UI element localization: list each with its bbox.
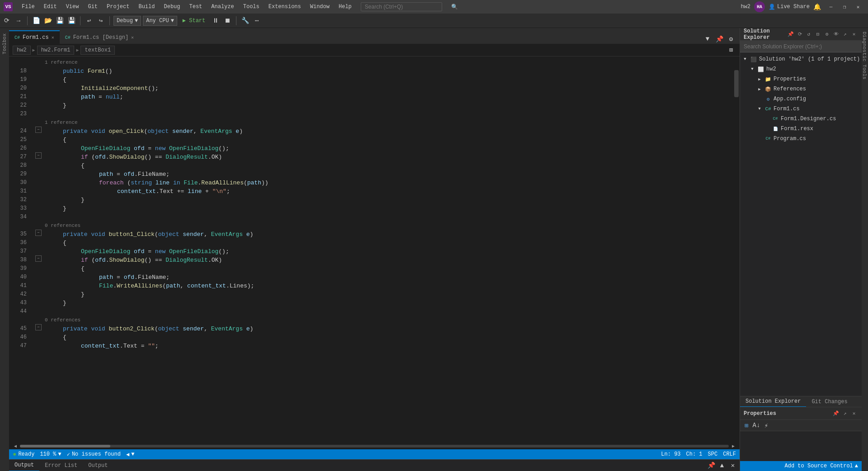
scrollbar-thumb[interactable] (734, 70, 739, 97)
fold-35[interactable]: − (34, 228, 43, 237)
live-share-button[interactable]: 👤 Live Share (769, 4, 810, 10)
se-collapse-btn[interactable]: ⊟ (814, 30, 822, 38)
code-line-29[interactable]: path = ofd .FileName; (43, 170, 733, 179)
tree-form1-cs[interactable]: ▼ C# Form1.cs (740, 104, 862, 114)
toolbar-forward-btn[interactable]: → (14, 16, 24, 26)
output-tab-output[interactable]: Output (9, 460, 39, 471)
props-float-btn[interactable]: ↗ (841, 410, 849, 418)
error-nav[interactable]: ◀ ▼ (126, 451, 134, 458)
se-refresh-btn[interactable]: ↺ (805, 30, 813, 38)
menu-edit[interactable]: Edit (40, 3, 61, 11)
output-pin-btn[interactable]: 📌 (706, 461, 716, 471)
tab-close-form1[interactable]: ✕ (52, 35, 54, 40)
namespace-selector[interactable]: hw2 (13, 46, 31, 55)
toolbar-save-all-btn[interactable]: 💾 (66, 16, 76, 26)
output-close-btn[interactable]: ✕ (728, 461, 738, 471)
menu-window[interactable]: Window (307, 3, 333, 11)
code-line-32[interactable]: } (43, 196, 733, 204)
menu-view[interactable]: View (62, 3, 83, 11)
code-line-22[interactable]: } (43, 101, 733, 110)
code-line-21[interactable]: path = null ; (43, 93, 733, 101)
code-line-35[interactable]: private void button1_Click ( object send… (43, 230, 733, 239)
expand-editor-btn[interactable]: ⊞ (726, 45, 736, 55)
code-line-33[interactable]: } (43, 204, 733, 213)
code-line-37[interactable]: OpenFileDialog ofd = new OpenFileDialog … (43, 247, 733, 256)
code-line-20[interactable]: InitializeComponent (); (43, 84, 733, 93)
tab-settings-btn[interactable]: ⚙ (726, 34, 736, 44)
class-selector[interactable]: hw2.Form1 (37, 46, 75, 55)
add-to-source-control[interactable]: Add to Source Control (785, 463, 853, 469)
se-tab-solution-explorer[interactable]: Solution Explorer (740, 396, 806, 407)
menu-build[interactable]: Build (135, 3, 158, 11)
output-expand-btn[interactable]: ▲ (717, 461, 727, 471)
toolbox-tab[interactable]: Toolbox (1, 30, 8, 58)
toolbar-tools-btn[interactable]: 🔧 (240, 16, 250, 26)
menu-extensions[interactable]: Extensions (265, 3, 305, 11)
code-line-36[interactable]: { (43, 239, 733, 247)
code-line-47[interactable]: content_txt .Text = "" ; (43, 342, 733, 350)
title-search-input[interactable] (361, 2, 442, 11)
fold-38[interactable]: − (34, 254, 43, 263)
zoom-level[interactable]: 110 % ▼ (40, 451, 61, 457)
toolbar-stop-btn[interactable]: ⏹ (222, 16, 232, 26)
user-avatar[interactable]: HA (754, 1, 765, 12)
h-scroll-track[interactable] (20, 445, 729, 447)
toolbar-undo-btn[interactable]: ↩ (84, 16, 94, 26)
platform-dropdown[interactable]: Any CPU ▼ (143, 16, 177, 26)
code-line-46[interactable]: { (43, 333, 733, 342)
tab-close-design[interactable]: ✕ (131, 35, 134, 40)
tree-appconfig[interactable]: ▶ ⚙ App.config (740, 94, 862, 104)
code-line-39[interactable]: { (43, 264, 733, 273)
member-selector[interactable]: textBox1 (80, 46, 115, 55)
fold-24[interactable]: − (34, 125, 43, 134)
tree-solution[interactable]: ▼ ⬛ Solution 'hw2' (1 of 1 project) (740, 54, 862, 64)
se-search-input[interactable] (740, 41, 862, 52)
search-icon[interactable]: 🔍 (448, 3, 462, 11)
code-line-19[interactable]: { (43, 75, 733, 84)
code-line-34[interactable] (43, 213, 733, 221)
toolbar-open-btn[interactable]: 📂 (43, 16, 53, 26)
code-line-41[interactable]: File . WriteAllLines ( path , content_tx… (43, 282, 733, 290)
fold-45[interactable]: − (34, 323, 43, 331)
fold-27[interactable]: − (34, 151, 43, 160)
tree-hw2-project[interactable]: ▼ ⬜ hw2 (740, 64, 862, 74)
debug-config-dropdown[interactable]: Debug ▼ (113, 16, 141, 26)
toolbar-save-btn[interactable]: 💾 (55, 16, 65, 26)
se-float-btn[interactable]: ↗ (841, 30, 849, 38)
code-line-28[interactable]: { (43, 161, 733, 170)
se-close-btn[interactable]: ✕ (850, 30, 858, 38)
tree-properties[interactable]: ▶ 📁 Properties (740, 74, 862, 84)
tab-form1-design[interactable]: C# Form1.cs [Design] ✕ (60, 30, 139, 44)
output-tab-output2[interactable]: Output (83, 460, 113, 471)
tree-form1-designer[interactable]: ▶ C# Form1.Designer.cs (740, 114, 862, 124)
tree-form1-resx[interactable]: ▶ 📄 Form1.resx (740, 124, 862, 134)
code-line-25[interactable]: { (43, 136, 733, 144)
se-tab-git-changes[interactable]: Git Changes (806, 396, 853, 407)
output-tab-errorlist[interactable]: Error List (39, 460, 83, 471)
close-button[interactable]: ✕ (852, 2, 864, 11)
menu-analyze[interactable]: Analyze (208, 3, 237, 11)
se-pin-btn[interactable]: 📌 (787, 30, 795, 38)
toolbar-redo-btn[interactable]: ↪ (96, 16, 106, 26)
se-properties-btn[interactable]: ⚙ (823, 30, 831, 38)
toolbar-more-btn[interactable]: ⋯ (252, 16, 262, 26)
tab-form1-cs[interactable]: C# Form1.cs ✕ (9, 30, 60, 44)
code-line-24[interactable]: private void open_Click ( object sender … (43, 127, 733, 136)
pin-btn[interactable]: 📌 (714, 34, 724, 44)
code-line-40[interactable]: path = ofd .FileName; (43, 273, 733, 282)
tree-program-cs[interactable]: ▶ C# Program.cs (740, 134, 862, 144)
props-close-btn[interactable]: ✕ (850, 410, 858, 418)
toolbar-pause-btn[interactable]: ⏸ (211, 16, 221, 26)
code-line-38[interactable]: if ( ofd . ShowDialog () == DialogResult… (43, 256, 733, 264)
code-line-26[interactable]: OpenFileDialog ofd = new OpenFileDialog … (43, 144, 733, 153)
props-pin-btn[interactable]: 📌 (832, 410, 840, 418)
code-line-43[interactable]: } (43, 299, 733, 307)
code-content[interactable]: 1 reference public Form1 () { Initialize… (43, 57, 733, 443)
scroll-left-btn[interactable]: ◀ (11, 443, 20, 449)
minimize-button[interactable]: — (825, 2, 837, 11)
se-sync-btn[interactable]: ⟳ (796, 30, 804, 38)
code-line-27[interactable]: if ( ofd . ShowDialog () == DialogResult… (43, 153, 733, 161)
menu-test[interactable]: Test (186, 3, 206, 11)
menu-help[interactable]: Help (335, 3, 355, 11)
diagnostic-tools-tab[interactable]: Diagnostic Tools (862, 28, 868, 83)
